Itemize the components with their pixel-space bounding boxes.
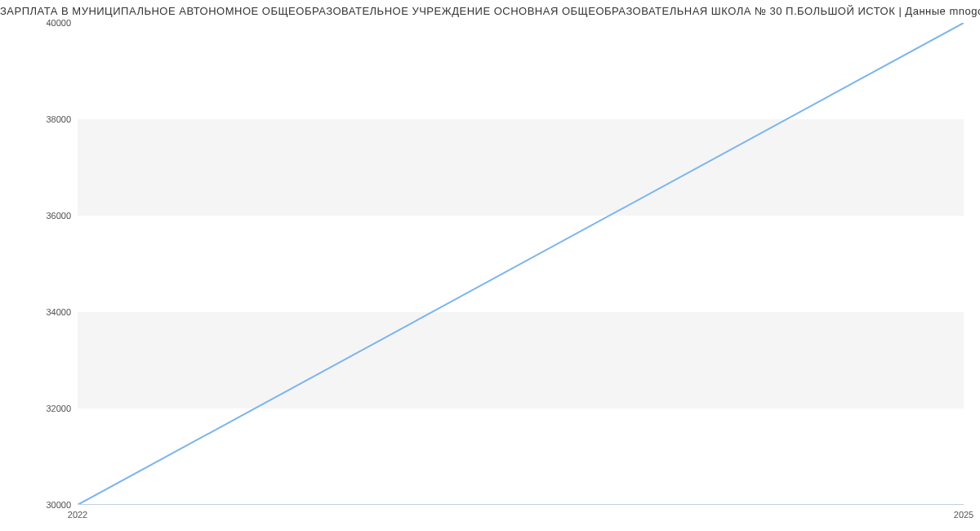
x-tick-label: 2025 <box>954 505 973 520</box>
plot-area: 30000320003400036000380004000020222025 <box>78 23 964 505</box>
y-tick-label: 34000 <box>46 307 78 317</box>
x-axis-line <box>78 504 964 505</box>
y-tick-label: 36000 <box>46 211 78 221</box>
chart-container: ЗАРПЛАТА В МУНИЦИПАЛЬНОЕ АВТОНОМНОЕ ОБЩЕ… <box>0 0 980 531</box>
line-series <box>78 23 964 505</box>
y-tick-label: 38000 <box>46 114 78 124</box>
y-tick-label: 32000 <box>46 404 78 413</box>
x-tick-label: 2022 <box>68 505 87 520</box>
chart-title: ЗАРПЛАТА В МУНИЦИПАЛЬНОЕ АВТОНОМНОЕ ОБЩЕ… <box>0 0 980 17</box>
y-tick-label: 40000 <box>46 18 78 28</box>
